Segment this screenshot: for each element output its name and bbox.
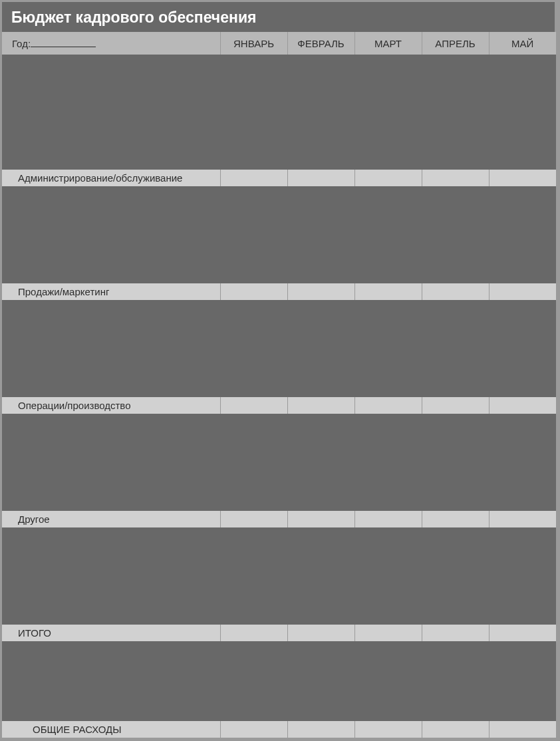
value-cell[interactable] [489, 511, 556, 527]
value-cell[interactable] [287, 170, 354, 186]
value-cell[interactable] [489, 397, 556, 414]
section-label: Другое [2, 511, 220, 527]
section-row-other: Другое [2, 511, 556, 527]
value-cell[interactable] [287, 283, 354, 300]
value-cell[interactable] [422, 283, 489, 300]
header-row: Год: ЯНВАРЬ ФЕВРАЛЬ МАРТ АПРЕЛЬ МАЙ [2, 32, 556, 55]
year-input-line[interactable] [31, 39, 96, 47]
section-row-operations: Операции/производство [2, 397, 556, 414]
month-header: МАЙ [489, 32, 556, 55]
value-cell[interactable] [422, 397, 489, 414]
value-cell[interactable] [422, 625, 489, 641]
month-header: АПРЕЛЬ [422, 32, 489, 55]
data-block[interactable] [2, 527, 556, 625]
value-cell[interactable] [422, 511, 489, 527]
spreadsheet-sheet: Бюджет кадрового обеспечения Год: ЯНВАРЬ… [2, 2, 555, 737]
data-block[interactable] [2, 186, 556, 283]
section-row-sales: Продажи/маркетинг [2, 283, 556, 300]
section-label: Продажи/маркетинг [2, 283, 220, 300]
value-cell[interactable] [354, 721, 422, 738]
value-cell[interactable] [220, 511, 287, 527]
month-header: ФЕВРАЛЬ [287, 32, 354, 55]
year-cell[interactable]: Год: [2, 32, 220, 55]
section-label: Администрирование/обслуживание [2, 170, 220, 186]
value-cell[interactable] [287, 625, 354, 641]
value-cell[interactable] [489, 283, 556, 300]
year-label: Год: [12, 38, 31, 49]
data-block[interactable] [2, 55, 556, 170]
value-cell[interactable] [354, 283, 422, 300]
month-header: МАРТ [354, 32, 422, 55]
budget-table: Год: ЯНВАРЬ ФЕВРАЛЬ МАРТ АПРЕЛЬ МАЙ Адми… [2, 32, 556, 738]
value-cell[interactable] [489, 170, 556, 186]
value-cell[interactable] [489, 721, 556, 738]
value-cell[interactable] [220, 625, 287, 641]
section-label: Операции/производство [2, 397, 220, 414]
data-block[interactable] [2, 641, 556, 721]
value-cell[interactable] [220, 397, 287, 414]
value-cell[interactable] [220, 721, 287, 738]
value-cell[interactable] [354, 625, 422, 641]
page-title: Бюджет кадрового обеспечения [2, 2, 555, 32]
value-cell[interactable] [287, 721, 354, 738]
value-cell[interactable] [422, 721, 489, 738]
value-cell[interactable] [489, 625, 556, 641]
value-cell[interactable] [354, 511, 422, 527]
section-label: ИТОГО [2, 625, 220, 641]
value-cell[interactable] [220, 283, 287, 300]
value-cell[interactable] [220, 170, 287, 186]
section-row-total: ИТОГО [2, 625, 556, 641]
data-block[interactable] [2, 300, 556, 397]
value-cell[interactable] [422, 170, 489, 186]
value-cell[interactable] [287, 511, 354, 527]
section-row-grand-total: ОБЩИЕ РАСХОДЫ [2, 721, 556, 738]
value-cell[interactable] [354, 170, 422, 186]
month-header: ЯНВАРЬ [220, 32, 287, 55]
value-cell[interactable] [287, 397, 354, 414]
value-cell[interactable] [354, 397, 422, 414]
data-block[interactable] [2, 414, 556, 511]
section-row-admin: Администрирование/обслуживание [2, 170, 556, 186]
section-label: ОБЩИЕ РАСХОДЫ [2, 721, 220, 738]
